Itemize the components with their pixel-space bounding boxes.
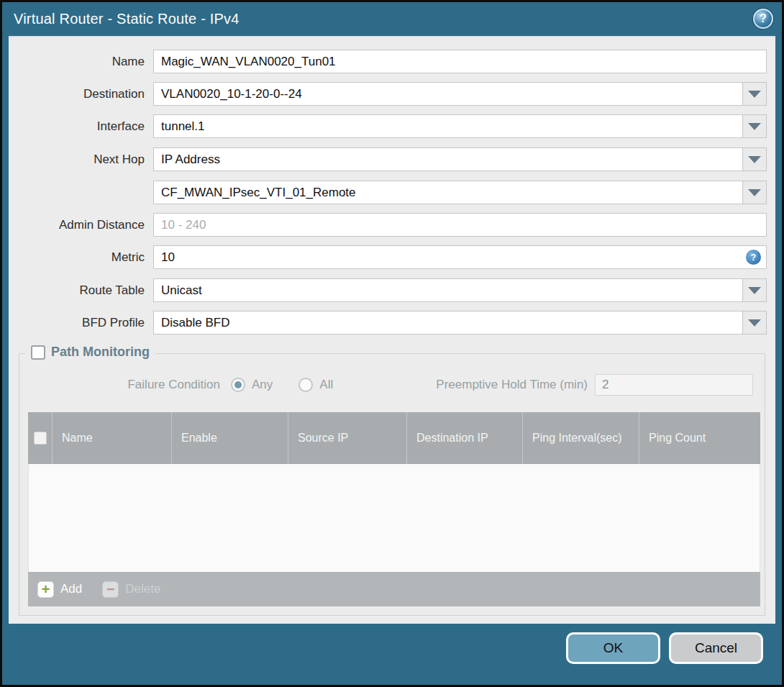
add-icon: + — [37, 581, 54, 598]
interface-input[interactable] — [154, 115, 742, 137]
add-button[interactable]: + Add — [37, 581, 82, 598]
next-hop-type-select[interactable] — [153, 147, 767, 171]
column-header-source-ip[interactable]: Source IP — [288, 412, 407, 464]
chevron-down-icon[interactable] — [742, 181, 766, 204]
bfd-profile-label: BFD Profile — [9, 316, 145, 330]
chevron-down-icon[interactable] — [742, 83, 766, 105]
chevron-down-icon[interactable] — [742, 115, 766, 137]
column-header-ping-count[interactable]: Ping Count — [639, 412, 760, 464]
preemptive-hold-time-input[interactable] — [595, 374, 753, 396]
next-hop-address-input[interactable] — [154, 181, 742, 204]
interface-select[interactable] — [153, 114, 767, 138]
path-monitoring-table: Name Enable Source IP Destination IP Pin… — [28, 412, 760, 606]
name-input[interactable] — [153, 50, 767, 73]
static-route-dialog: Virtual Router - Static Route - IPv4 ? N… — [0, 0, 784, 687]
destination-select[interactable] — [153, 82, 767, 106]
cancel-button[interactable]: Cancel — [669, 632, 763, 664]
failure-condition-all-radio[interactable] — [298, 378, 313, 392]
route-table-select[interactable] — [153, 278, 767, 302]
failure-condition-any-radio[interactable] — [231, 378, 245, 392]
dialog-titlebar: Virtual Router - Static Route - IPv4 ? — [2, 2, 782, 36]
path-monitoring-section: Path Monitoring Failure Condition Any Al… — [19, 353, 765, 616]
delete-icon: − — [102, 581, 119, 598]
bfd-profile-input[interactable] — [154, 311, 742, 334]
interface-label: Interface — [9, 119, 145, 134]
delete-button[interactable]: − Delete — [102, 581, 160, 598]
column-header-enable[interactable]: Enable — [172, 412, 288, 464]
column-header-ping-interval[interactable]: Ping Interval(sec) — [523, 412, 639, 464]
admin-distance-input[interactable] — [153, 213, 767, 237]
table-body-empty — [28, 464, 760, 572]
table-toolbar: + Add − Delete — [28, 572, 760, 606]
next-hop-label: Next Hop — [9, 153, 145, 167]
path-monitoring-title: Path Monitoring — [51, 345, 150, 360]
chevron-down-icon[interactable] — [742, 279, 766, 301]
name-label: Name — [9, 55, 145, 69]
admin-distance-label: Admin Distance — [9, 218, 145, 232]
destination-label: Destination — [9, 87, 145, 101]
metric-help-icon[interactable]: ? — [746, 250, 761, 265]
metric-input[interactable] — [153, 245, 767, 269]
chevron-down-icon[interactable] — [742, 311, 766, 334]
route-table-input[interactable] — [154, 279, 742, 301]
column-header-name[interactable]: Name — [53, 412, 172, 464]
next-hop-type-input[interactable] — [154, 148, 742, 170]
destination-input[interactable] — [154, 83, 742, 105]
path-monitoring-checkbox[interactable] — [31, 345, 45, 360]
route-table-label: Route Table — [9, 283, 145, 298]
next-hop-address-select[interactable] — [153, 181, 767, 204]
column-header-destination-ip[interactable]: Destination IP — [407, 412, 523, 464]
failure-condition-all-label: All — [319, 378, 333, 392]
ok-button[interactable]: OK — [566, 632, 660, 664]
failure-condition-any-label: Any — [252, 378, 273, 392]
help-icon[interactable]: ? — [753, 9, 773, 29]
dialog-content: Name Destination Interface Next Hop — [9, 36, 775, 624]
failure-condition-label: Failure Condition — [19, 378, 220, 392]
select-all-checkbox[interactable] — [34, 432, 47, 445]
preemptive-hold-time-label: Preemptive Hold Time (min) — [333, 378, 588, 392]
bfd-profile-select[interactable] — [153, 311, 767, 335]
chevron-down-icon[interactable] — [742, 148, 766, 170]
table-header-row: Name Enable Source IP Destination IP Pin… — [28, 412, 760, 464]
dialog-title: Virtual Router - Static Route - IPv4 — [14, 11, 240, 27]
metric-label: Metric — [9, 250, 145, 265]
